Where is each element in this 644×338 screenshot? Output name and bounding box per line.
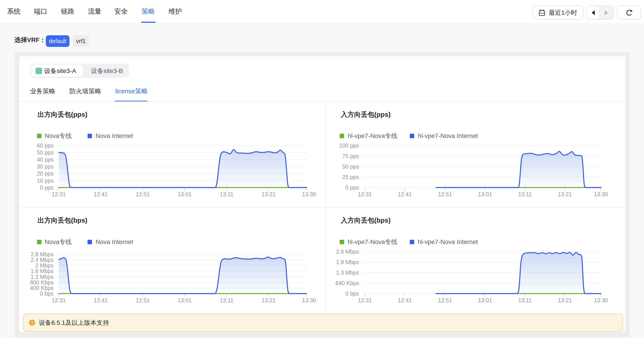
svg-text:1.3 Mbps: 1.3 Mbps bbox=[336, 270, 359, 276]
svg-text:12:51: 12:51 bbox=[438, 191, 452, 197]
svg-text:入方向丢包(bps): 入方向丢包(bps) bbox=[340, 216, 390, 224]
svg-text:12:31: 12:31 bbox=[52, 191, 66, 197]
svg-text:2.4 Mbps: 2.4 Mbps bbox=[30, 257, 54, 263]
svg-text:hl-vpe7-Nova专线: hl-vpe7-Nova专线 bbox=[348, 238, 398, 245]
svg-text:800 Kbps: 800 Kbps bbox=[30, 279, 54, 286]
svg-text:10 pps: 10 pps bbox=[37, 178, 54, 184]
svg-text:0 bps: 0 bps bbox=[346, 290, 359, 297]
svg-text:2.6 Mbps: 2.6 Mbps bbox=[336, 248, 359, 255]
svg-text:13:21: 13:21 bbox=[558, 297, 572, 304]
svg-text:40 pps: 40 pps bbox=[37, 156, 54, 163]
svg-text:hl-vpe7-Nova Internet: hl-vpe7-Nova Internet bbox=[418, 238, 478, 245]
svg-text:出方向丢包(bps): 出方向丢包(bps) bbox=[38, 216, 87, 224]
svg-text:出方向丢包(pps): 出方向丢包(pps) bbox=[38, 111, 87, 118]
svg-text:13:11: 13:11 bbox=[220, 297, 234, 304]
svg-text:13:21: 13:21 bbox=[262, 297, 276, 304]
svg-text:13:11: 13:11 bbox=[220, 191, 234, 197]
svg-text:30 pps: 30 pps bbox=[37, 164, 54, 170]
svg-text:13:30: 13:30 bbox=[302, 191, 316, 197]
svg-text:12:41: 12:41 bbox=[94, 191, 108, 197]
svg-text:75 pps: 75 pps bbox=[342, 153, 359, 159]
svg-text:13:11: 13:11 bbox=[518, 191, 532, 197]
svg-text:2.8 Mbps: 2.8 Mbps bbox=[30, 251, 54, 258]
svg-text:13:30: 13:30 bbox=[302, 297, 316, 304]
svg-text:Nova Internet: Nova Internet bbox=[96, 238, 133, 245]
svg-text:入方向丢包(pps): 入方向丢包(pps) bbox=[340, 111, 390, 118]
svg-text:0 bps: 0 bps bbox=[40, 290, 54, 297]
svg-text:12:41: 12:41 bbox=[398, 191, 412, 197]
svg-text:12:41: 12:41 bbox=[94, 297, 108, 304]
svg-text:50 pps: 50 pps bbox=[342, 164, 359, 170]
svg-text:0 pps: 0 pps bbox=[346, 184, 359, 191]
svg-text:12:41: 12:41 bbox=[398, 297, 412, 304]
svg-text:640 Kbps: 640 Kbps bbox=[336, 280, 359, 286]
svg-text:400 Kbps: 400 Kbps bbox=[30, 285, 54, 291]
svg-text:13:01: 13:01 bbox=[178, 297, 192, 304]
svg-text:60 pps: 60 pps bbox=[37, 142, 54, 149]
svg-text:12:51: 12:51 bbox=[136, 297, 150, 304]
svg-text:12:31: 12:31 bbox=[358, 297, 372, 304]
svg-text:13:01: 13:01 bbox=[478, 297, 492, 304]
svg-text:12:31: 12:31 bbox=[358, 191, 372, 197]
svg-text:12:51: 12:51 bbox=[136, 191, 150, 197]
svg-text:2 Mbps: 2 Mbps bbox=[35, 262, 54, 268]
svg-text:Nova Internet: Nova Internet bbox=[96, 132, 133, 139]
svg-text:13:21: 13:21 bbox=[558, 191, 572, 197]
svg-text:1.9 Mbps: 1.9 Mbps bbox=[336, 259, 359, 265]
svg-text:13:01: 13:01 bbox=[478, 191, 492, 197]
svg-text:25 pps: 25 pps bbox=[342, 174, 359, 180]
svg-text:12:31: 12:31 bbox=[52, 297, 66, 304]
svg-text:13:21: 13:21 bbox=[262, 191, 276, 197]
svg-text:20 pps: 20 pps bbox=[37, 170, 54, 176]
svg-text:13:30: 13:30 bbox=[594, 191, 608, 197]
svg-text:1.6 Mbps: 1.6 Mbps bbox=[30, 268, 54, 274]
svg-text:hl-vpe7-Nova Internet: hl-vpe7-Nova Internet bbox=[418, 132, 478, 139]
svg-text:Nova专线: Nova专线 bbox=[45, 238, 72, 245]
svg-text:1.2 Mbps: 1.2 Mbps bbox=[30, 274, 54, 280]
svg-text:12:51: 12:51 bbox=[438, 297, 452, 304]
svg-text:0 pps: 0 pps bbox=[40, 184, 54, 191]
svg-text:13:11: 13:11 bbox=[518, 297, 532, 304]
svg-text:hl-vpe7-Nova专线: hl-vpe7-Nova专线 bbox=[348, 132, 398, 139]
svg-text:13:30: 13:30 bbox=[594, 297, 608, 304]
svg-text:13:01: 13:01 bbox=[178, 191, 192, 197]
svg-text:100 pps: 100 pps bbox=[339, 142, 359, 149]
svg-text:50 pps: 50 pps bbox=[37, 149, 54, 156]
svg-text:Nova专线: Nova专线 bbox=[45, 132, 72, 139]
